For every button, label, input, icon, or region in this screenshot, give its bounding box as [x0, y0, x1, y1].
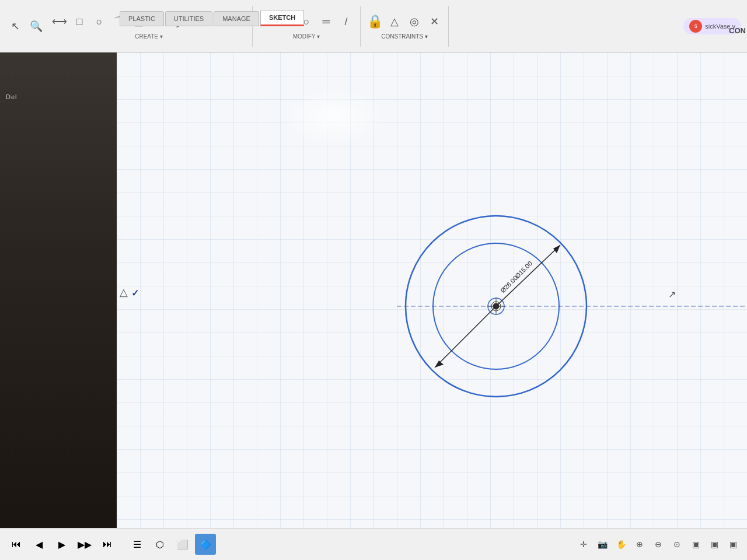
- zoom-out-icon[interactable]: ⊖: [650, 536, 666, 552]
- nav-first[interactable]: ⏮: [6, 534, 27, 555]
- circle-icon[interactable]: ○: [90, 12, 109, 31]
- cursor-icon[interactable]: ↖: [6, 17, 25, 36]
- lock-icon[interactable]: 🔒: [365, 12, 384, 31]
- bottom-left: ⏮ ◀ ▶ ▶▶ ⏭ ☰ ⬡ ⬜ 🔷: [6, 534, 216, 555]
- modify-label[interactable]: MODIFY ▾: [293, 33, 320, 40]
- bottom-toolbar: ⏮ ◀ ▶ ▶▶ ⏭ ☰ ⬡ ⬜ 🔷 ✛ 📷 ✋ ⊕ ⊖ ⊙ ▣ ▣ ▣: [0, 528, 747, 560]
- constraints-section: 🔒 △ ◎ ✕ CONSTRAINTS ▾: [361, 6, 449, 47]
- dim-line-inner: [435, 306, 496, 368]
- mod5-icon[interactable]: /: [337, 12, 355, 31]
- dim-arrowhead-inner: [435, 360, 444, 368]
- dim-arrowhead-outer: [553, 245, 560, 253]
- dim-inner-label: Ø26.00: [499, 274, 519, 294]
- view-active[interactable]: 🔷: [195, 534, 216, 555]
- grid3-icon[interactable]: ▣: [725, 536, 741, 552]
- tab-manage[interactable]: MANAGE: [214, 11, 259, 26]
- tab-plastic[interactable]: PLASTIC: [120, 11, 164, 26]
- tab-utilities[interactable]: UTILITIES: [165, 11, 212, 26]
- circ2-icon[interactable]: ◎: [405, 12, 424, 31]
- view-list[interactable]: ☰: [127, 534, 148, 555]
- zoom-fit-icon[interactable]: ⊙: [669, 536, 685, 552]
- line-icon[interactable]: ⟷: [50, 12, 69, 31]
- dim-text-inner: Ø26.00: [499, 274, 519, 294]
- zoom-icon[interactable]: 🔍: [27, 17, 46, 36]
- nav-last[interactable]: ⏭: [97, 534, 118, 555]
- dim-outer-label: Ø15.00: [514, 260, 533, 279]
- move-icon[interactable]: ✛: [575, 536, 592, 552]
- canvas-area[interactable]: △ ✓ ↗: [117, 52, 747, 528]
- mod4-icon[interactable]: ═: [317, 12, 336, 31]
- tri-icon[interactable]: △: [385, 12, 404, 31]
- nav-tabs: PLASTIC UTILITIES MANAGE SKETCH: [117, 0, 307, 26]
- view-hex[interactable]: ⬡: [149, 534, 170, 555]
- create-label[interactable]: CREATE ▾: [135, 33, 163, 40]
- nav-play[interactable]: ▶: [51, 534, 72, 555]
- hand-icon[interactable]: ✋: [613, 536, 629, 552]
- nav-next-fast[interactable]: ▶▶: [74, 534, 95, 555]
- rect-icon[interactable]: □: [70, 12, 89, 31]
- main-content: Del △ ✓ ↗: [0, 52, 747, 528]
- nav-prev[interactable]: ◀: [29, 534, 50, 555]
- app-container: ↖ 🔍 ⟷ □ ○ ⌒ △ ⊣ ∫ ✂ ∈ ∿ CREATE ▾ ≡: [0, 0, 747, 560]
- dim-text-outer: Ø15.00: [514, 260, 533, 279]
- toolbar-left: ↖ 🔍: [6, 17, 46, 36]
- grid2-icon[interactable]: ▣: [706, 536, 722, 552]
- constraints-label[interactable]: CONSTRAINTS ▾: [381, 33, 427, 40]
- x-icon[interactable]: ✕: [425, 12, 444, 31]
- camera-icon[interactable]: 📷: [594, 536, 610, 552]
- toolbar: ↖ 🔍 ⟷ □ ○ ⌒ △ ⊣ ∫ ✂ ∈ ∿ CREATE ▾ ≡: [0, 0, 747, 52]
- user-avatar: s: [689, 20, 702, 33]
- zoom-in-icon[interactable]: ⊕: [631, 536, 648, 552]
- left-panel: Del: [0, 52, 117, 528]
- left-panel-label: Del: [6, 93, 18, 100]
- bottom-right: ✛ 📷 ✋ ⊕ ⊖ ⊙ ▣ ▣ ▣: [575, 536, 741, 552]
- con-label: CON: [729, 26, 747, 35]
- view-cube[interactable]: ⬜: [172, 534, 193, 555]
- tab-sketch[interactable]: SKETCH: [260, 10, 304, 26]
- canvas-svg: Ø15.00 Ø26.00: [117, 52, 747, 528]
- grid1-icon[interactable]: ▣: [687, 536, 704, 552]
- constraints-icons: 🔒 △ ◎ ✕: [365, 12, 444, 31]
